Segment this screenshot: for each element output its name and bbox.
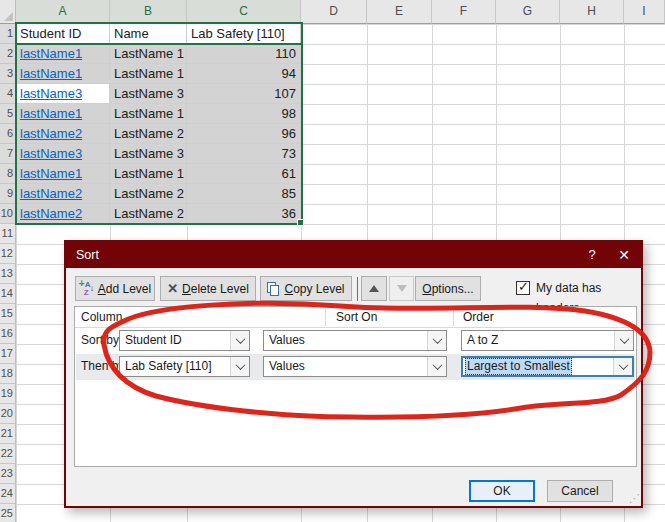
cell-student-id[interactable]: lastName1 bbox=[16, 104, 110, 124]
row-header-22[interactable]: 22 bbox=[0, 444, 16, 464]
move-up-button[interactable] bbox=[361, 276, 387, 301]
column-header-A[interactable]: A bbox=[16, 0, 110, 24]
chevron-down-icon[interactable] bbox=[427, 357, 446, 376]
help-button[interactable]: ? bbox=[577, 242, 607, 268]
cell-name[interactable]: LastName 3 bbox=[110, 84, 187, 104]
column-header-D[interactable]: D bbox=[301, 0, 367, 24]
row-header-11[interactable]: 11 bbox=[0, 224, 16, 244]
dropdown-value-selected: Largest to Smallest bbox=[465, 358, 572, 375]
cell-header[interactable]: Lab Safety [110] bbox=[187, 24, 301, 44]
cancel-button[interactable]: Cancel bbox=[547, 480, 613, 502]
copy-level-button[interactable]: Copy Level bbox=[260, 276, 352, 301]
cell-score[interactable]: 85 bbox=[187, 184, 301, 204]
row-header-13[interactable]: 13 bbox=[0, 264, 16, 284]
then-by-column-dropdown[interactable]: Lab Safety [110] bbox=[119, 356, 250, 377]
chevron-down-icon[interactable] bbox=[613, 358, 632, 375]
cell-student-id[interactable]: lastName1 bbox=[16, 164, 110, 184]
close-icon[interactable]: ✕ bbox=[609, 242, 639, 268]
resize-grip[interactable]: ⋰ bbox=[629, 492, 639, 505]
cell-score[interactable]: 110 bbox=[187, 44, 301, 64]
row-header-2[interactable]: 2 bbox=[0, 44, 16, 64]
then-by-order-dropdown[interactable]: Largest to Smallest bbox=[461, 356, 634, 377]
column-header-C[interactable]: C bbox=[187, 0, 301, 24]
cell-student-id[interactable]: lastName3 bbox=[16, 144, 110, 164]
cell-name[interactable]: LastName 1 bbox=[110, 164, 187, 184]
cell-score[interactable]: 36 bbox=[187, 204, 301, 224]
arrow-up-icon bbox=[369, 285, 379, 292]
row-header-19[interactable]: 19 bbox=[0, 384, 16, 404]
cell-header[interactable]: Name bbox=[110, 24, 187, 44]
cell-score[interactable]: 98 bbox=[187, 104, 301, 124]
row-header-25[interactable]: 25 bbox=[0, 504, 16, 522]
cell-name[interactable]: LastName 3 bbox=[110, 144, 187, 164]
cell-name[interactable]: LastName 1 bbox=[110, 104, 187, 124]
ok-button[interactable]: OK bbox=[469, 480, 535, 502]
cell-student-id[interactable]: lastName2 bbox=[16, 124, 110, 144]
row-header-21[interactable]: 21 bbox=[0, 424, 16, 444]
chevron-down-icon[interactable] bbox=[230, 357, 249, 376]
gridline bbox=[16, 224, 665, 225]
add-level-button[interactable]: +AZ↓ Add Level bbox=[75, 276, 155, 301]
row-header-12[interactable]: 12 bbox=[0, 244, 16, 264]
cell-name[interactable]: LastName 1 bbox=[110, 44, 187, 64]
row-header-20[interactable]: 20 bbox=[0, 404, 16, 424]
row-header-17[interactable]: 17 bbox=[0, 344, 16, 364]
row-header-3[interactable]: 3 bbox=[0, 64, 16, 84]
cell-score[interactable]: 61 bbox=[187, 164, 301, 184]
row-header-23[interactable]: 23 bbox=[0, 464, 16, 484]
cell-name[interactable]: LastName 1 bbox=[110, 64, 187, 84]
cell-score[interactable]: 94 bbox=[187, 64, 301, 84]
cell-student-id[interactable]: lastName1 bbox=[16, 44, 110, 64]
checkmark-icon: ✓ bbox=[518, 279, 529, 294]
cell-student-id[interactable]: lastName3 bbox=[16, 84, 110, 104]
cell-name[interactable]: LastName 2 bbox=[110, 184, 187, 204]
cell-student-id[interactable]: lastName2 bbox=[16, 204, 110, 224]
cell-score[interactable]: 73 bbox=[187, 144, 301, 164]
row-header-9[interactable]: 9 bbox=[0, 184, 16, 204]
cell-score[interactable]: 96 bbox=[187, 124, 301, 144]
cell-header[interactable]: Student ID bbox=[16, 24, 110, 44]
cell-score[interactable]: 107 bbox=[187, 84, 301, 104]
column-header-G[interactable]: G bbox=[496, 0, 560, 24]
cell-student-id[interactable]: lastName2 bbox=[16, 184, 110, 204]
cell-student-id[interactable]: lastName1 bbox=[16, 64, 110, 84]
delete-level-icon: ✕ bbox=[167, 281, 178, 296]
row-header-16[interactable]: 16 bbox=[0, 324, 16, 344]
row-header-18[interactable]: 18 bbox=[0, 364, 16, 384]
column-header-F[interactable]: F bbox=[432, 0, 496, 24]
excel-window: ABCDEFGHI1234567891011121314151617181920… bbox=[0, 0, 665, 522]
chevron-down-icon[interactable] bbox=[614, 331, 633, 350]
dropdown-value: Values bbox=[269, 359, 305, 373]
cell-name[interactable]: LastName 2 bbox=[110, 124, 187, 144]
row-header-5[interactable]: 5 bbox=[0, 104, 16, 124]
cell-name[interactable]: LastName 2 bbox=[110, 204, 187, 224]
delete-level-button[interactable]: ✕ Delete Level bbox=[160, 276, 256, 301]
fill-handle[interactable] bbox=[297, 219, 304, 226]
row-header-14[interactable]: 14 bbox=[0, 284, 16, 304]
column-header-I[interactable]: I bbox=[624, 0, 665, 24]
chevron-down-icon[interactable] bbox=[230, 331, 249, 350]
then-by-sorton-dropdown[interactable]: Values bbox=[263, 356, 447, 377]
sort-by-order-dropdown[interactable]: A to Z bbox=[461, 330, 634, 351]
dialog-title: Sort bbox=[76, 242, 99, 268]
select-all-corner[interactable] bbox=[0, 0, 16, 24]
sort-on-header-label: Sort On bbox=[336, 310, 377, 324]
dialog-titlebar[interactable]: Sort ? ✕ bbox=[66, 242, 641, 268]
row-header-10[interactable]: 10 bbox=[0, 204, 16, 224]
row-header-4[interactable]: 4 bbox=[0, 84, 16, 104]
column-header-B[interactable]: B bbox=[110, 0, 187, 24]
row-header-15[interactable]: 15 bbox=[0, 304, 16, 324]
move-down-button[interactable] bbox=[389, 276, 414, 301]
row-header-24[interactable]: 24 bbox=[0, 484, 16, 504]
row-header-6[interactable]: 6 bbox=[0, 124, 16, 144]
sort-by-sorton-dropdown[interactable]: Values bbox=[263, 330, 447, 351]
column-header-E[interactable]: E bbox=[367, 0, 432, 24]
chevron-down-icon[interactable] bbox=[427, 331, 446, 350]
column-header-H[interactable]: H bbox=[560, 0, 624, 24]
sort-by-column-dropdown[interactable]: Student ID bbox=[119, 330, 250, 351]
my-data-has-headers-checkbox[interactable]: ✓ bbox=[516, 281, 530, 295]
options-button[interactable]: Options... bbox=[415, 276, 481, 301]
row-header-1[interactable]: 1 bbox=[0, 24, 16, 44]
row-header-7[interactable]: 7 bbox=[0, 144, 16, 164]
row-header-8[interactable]: 8 bbox=[0, 164, 16, 184]
